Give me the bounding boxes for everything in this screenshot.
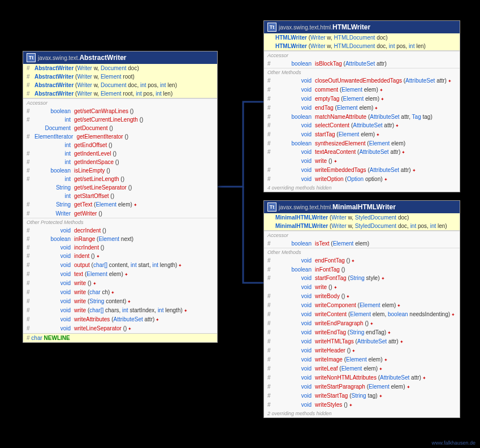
type-icon: Tt (27, 53, 36, 62)
method: #booleanisText (Element elem) (264, 239, 460, 248)
method: #intgetIndentSpace () (23, 158, 217, 166)
constructors: MinimalHTMLWriter (Writer w, StyledDocum… (264, 213, 460, 231)
method: #voidwriteStartTag (String tag)✦ (264, 391, 460, 400)
method: #intgetIndentLevel () (23, 149, 217, 158)
method: #voidwriteHTMLTags (AttributeSet attr)✦ (264, 337, 460, 346)
section-title: Other Methods (264, 68, 460, 76)
class-box-HTMLWriter: Ttjavax.swing.text.html.HTMLWriterHTMLWr… (263, 20, 460, 192)
hidden-note: 4 overriding methods hidden (264, 184, 460, 192)
method: #intget/setLineLength () (23, 175, 217, 183)
class-box-MinimalHTMLWriter: Ttjavax.swing.text.html.MinimalHTMLWrite… (263, 200, 460, 418)
method: #StringgetText (Element elem)✦ (23, 200, 217, 209)
constructor: #AbstractWriter (Writer w, Element root,… (23, 89, 217, 98)
method: #voidwriteHeader ()✦ (264, 346, 460, 355)
constructor: MinimalHTMLWriter (Writer w, StyledDocum… (264, 213, 460, 222)
method: #booleanisLineEmpty () (23, 166, 217, 175)
method: #voidwriteAttributes (AttributeSet attr)… (23, 315, 217, 324)
method: #voidwriteNonHTMLAttributes (AttributeSe… (264, 373, 460, 382)
class-header: Ttjavax.swing.text.html.HTMLWriter (264, 21, 460, 33)
method: #booleanisBlockTag (AttributeSet attr) (264, 59, 460, 68)
method: #voidcomment (Element elem)✦ (264, 85, 460, 94)
method: #voidstartTag (Element elem)✦ (264, 130, 460, 139)
section-title: Accessor (23, 98, 217, 107)
hidden-note: 2 overriding methods hidden (264, 410, 460, 417)
method: #voidwriteOption (Option option)✦ (264, 175, 460, 184)
constructor: HTMLWriter (Writer w, HTMLDocument doc, … (264, 42, 460, 50)
credit-link[interactable]: www.falkhausen.de (431, 440, 475, 446)
method: #voidwriteStartParagraph (Element elem)✦ (264, 382, 460, 391)
type-icon: Tt (267, 23, 276, 32)
constructor: HTMLWriter (Writer w, HTMLDocument doc) (264, 33, 460, 42)
method: #voidwrite (char[] chars, int startIndex… (23, 306, 217, 315)
method: #voidwriteEmbeddedTags (AttributeSet att… (264, 166, 460, 175)
method: #voidwriteLineSeparator ()✦ (23, 324, 217, 333)
method: #booleansynthesizedElement (Element elem… (264, 139, 460, 148)
method: #booleanmatchNameAttribute (AttributeSet… (264, 113, 460, 121)
method: #voidwriteContent (Element elem, boolean… (264, 310, 460, 319)
method: #booleanget/setCanWrapLines () (23, 107, 217, 115)
class-box-AbstractWriter: Ttjavax.swing.text.AbstractWriter#Abstra… (23, 51, 218, 343)
constructors: #AbstractWriter (Writer w, Document doc)… (23, 64, 217, 98)
section-title: Accessor (264, 231, 460, 239)
method: #voidendFontTag ()✦ (264, 256, 460, 265)
method: #WritergetWriter () (23, 209, 217, 218)
method: DocumentgetDocument () (23, 124, 217, 132)
type-icon: Tt (267, 203, 276, 212)
method: #voidselectContent (AttributeSet attr)✦ (264, 121, 460, 130)
field: # char NEWLINE (23, 333, 217, 342)
method: #intget/setCurrentLineLength () (23, 115, 217, 124)
class-header: Ttjavax.swing.text.AbstractWriter (23, 51, 217, 64)
method: #voidcloseOutUnwantedEmbeddedTags (Attri… (264, 76, 460, 85)
section-title: Accessor (264, 51, 460, 59)
method: #voidwrite ()✦ (23, 279, 217, 288)
method: #voidemptyTag (Element elem)✦ (264, 94, 460, 104)
method: #voidwriteEndParagraph ()✦ (264, 319, 460, 328)
method: #voidwriteBody ()✦ (264, 292, 460, 301)
method: #voidwrite (char ch)✦ (23, 288, 217, 297)
constructor: #AbstractWriter (Writer w, Element root) (23, 72, 217, 81)
method: #voidwrite (String content)✦ (23, 297, 217, 306)
method: #voidwriteStyles ()✦ (264, 400, 460, 410)
method: #booleaninFontTag () (264, 265, 460, 274)
method: #voidwriteLeaf (Element elem)✦ (264, 364, 460, 373)
method: #voidtext (Element elem)✦ (23, 270, 217, 279)
method: #voidwriteEndTag (String endTag)✦ (264, 328, 460, 337)
section-title: Other Protected Methods (23, 218, 217, 226)
section-title: Other Methods (264, 248, 460, 256)
method: #voidincrIndent () (23, 243, 217, 252)
method: voidwrite ()✦ (264, 157, 460, 166)
method: #voidstartFontTag (String style)✦ (264, 274, 460, 283)
constructor: #AbstractWriter (Writer w, Document doc) (23, 64, 217, 72)
method: #voiddecrIndent () (23, 226, 217, 235)
method: #booleaninRange (Element next) (23, 235, 217, 243)
method: Stringget/setLineSeparator () (23, 183, 217, 192)
constructor: MinimalHTMLWriter (Writer w, StyledDocum… (264, 222, 460, 230)
method: #voidoutput (char[] content, int start, … (23, 261, 217, 270)
constructor: #AbstractWriter (Writer w, Document doc,… (23, 81, 217, 89)
method: intgetEndOffset () (23, 141, 217, 149)
method: intgetStartOffset () (23, 192, 217, 200)
method: #voidwriteImage (Element elem)✦ (264, 355, 460, 364)
method: #voidwriteComponent (Element elem)✦ (264, 301, 460, 310)
constructors: HTMLWriter (Writer w, HTMLDocument doc)H… (264, 33, 460, 51)
class-header: Ttjavax.swing.text.html.MinimalHTMLWrite… (264, 201, 460, 213)
method: #voidendTag (Element elem)✦ (264, 104, 460, 113)
method: #voidtextAreaContent (AttributeSet attr)… (264, 148, 460, 157)
method: #voidindent ()✦ (23, 252, 217, 261)
method: voidwrite ()✦ (264, 283, 460, 292)
method: #ElementIteratorgetElementIterator () (23, 132, 217, 141)
